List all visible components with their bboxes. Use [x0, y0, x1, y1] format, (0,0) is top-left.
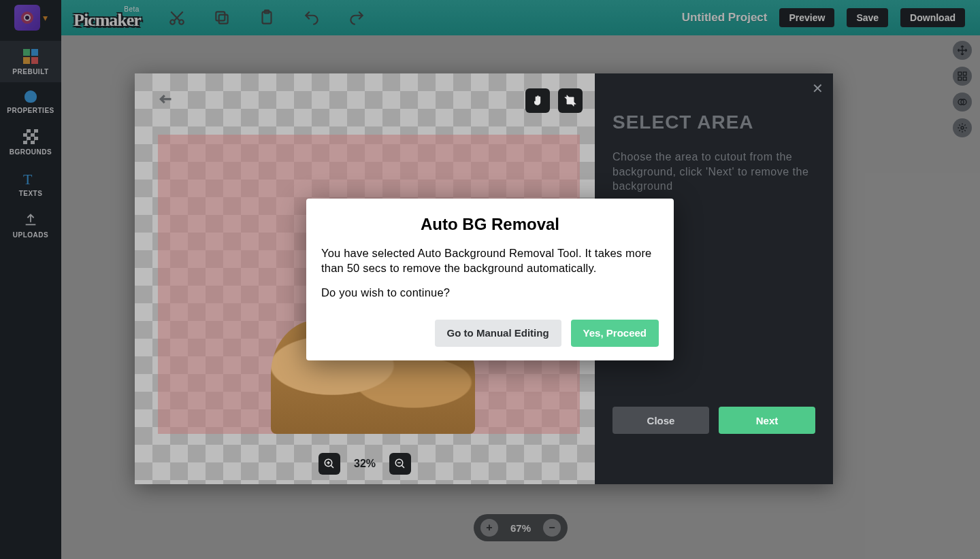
modal-body-1: You have selected Auto Background Remova…	[321, 246, 659, 276]
auto-bg-modal: Auto BG Removal You have selected Auto B…	[306, 199, 674, 360]
modal-title: Auto BG Removal	[321, 215, 659, 234]
modal-body-2: Do you wish to continue?	[321, 286, 659, 301]
modal-overlay: Auto BG Removal You have selected Auto B…	[0, 0, 980, 559]
proceed-button[interactable]: Yes, Proceed	[571, 320, 659, 347]
manual-editing-button[interactable]: Go to Manual Editing	[435, 320, 561, 347]
